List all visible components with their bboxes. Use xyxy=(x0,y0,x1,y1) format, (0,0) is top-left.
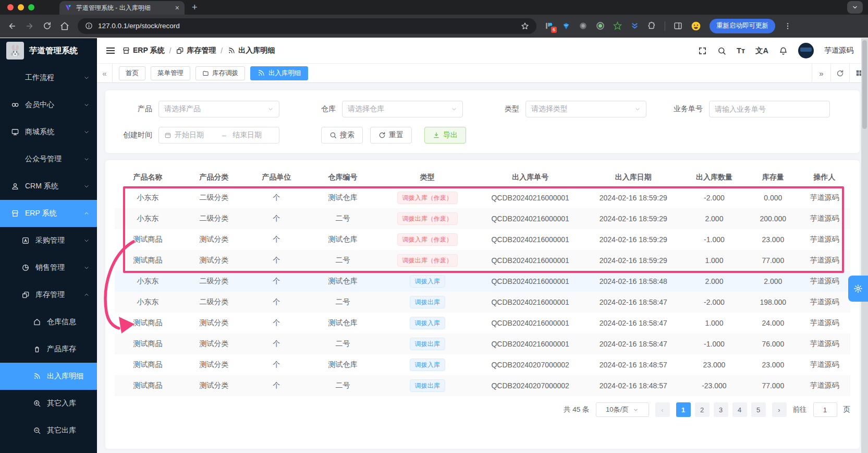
cell: 二级分类 xyxy=(181,187,247,208)
tags-collapse-left-button[interactable]: « xyxy=(97,64,113,83)
text-input[interactable] xyxy=(715,105,824,113)
user-avatar[interactable] xyxy=(798,43,814,58)
table-row-7[interactable]: 测试商品测试分类个二号调拨出库QCDB202402160000012024-02… xyxy=(115,333,850,354)
side-panel-icon[interactable] xyxy=(674,21,682,30)
column-header: 出入库数量 xyxy=(681,168,747,187)
sidebar-item-7[interactable]: 销售管理 xyxy=(0,254,97,281)
new-tab-button[interactable]: + xyxy=(192,2,198,13)
sidebar-item-6[interactable]: 采购管理 xyxy=(0,227,97,254)
sidebar-item-2[interactable]: 商城系统 xyxy=(0,118,97,146)
page-button-4[interactable]: 4 xyxy=(732,402,747,417)
window-minimize-button[interactable] xyxy=(18,4,24,10)
tag-3[interactable]: 出入库明细 xyxy=(250,66,308,80)
page-button-1[interactable]: 1 xyxy=(676,402,691,417)
filter-input-3[interactable] xyxy=(709,101,830,117)
extension-adblock-icon[interactable]: 6 xyxy=(545,21,554,30)
extension-diamond-icon[interactable] xyxy=(562,22,570,30)
hamburger-icon[interactable] xyxy=(106,47,115,54)
reload-icon[interactable] xyxy=(43,21,52,30)
bookmark-star-icon[interactable] xyxy=(521,22,529,30)
home-icon[interactable] xyxy=(60,21,69,31)
extension-dark-circle-icon[interactable] xyxy=(579,21,588,30)
forward-icon[interactable] xyxy=(25,21,34,31)
browser-tab[interactable]: 芋道管理系统 - 出入库明细 × xyxy=(59,1,185,15)
cell: -2.000 xyxy=(681,187,747,208)
table-row-2[interactable]: 测试商品测试分类个测试仓库调拨入库（作废）QCDB202402160000012… xyxy=(115,229,850,250)
page-button-3[interactable]: 3 xyxy=(714,402,728,417)
table-row-9[interactable]: 测试商品测试分类个二号调拨出库QCDB202402070000022024-02… xyxy=(115,375,850,396)
window-close-button[interactable] xyxy=(7,4,14,10)
filter-select-1[interactable]: 请选择仓库 xyxy=(342,101,463,117)
table-row-3[interactable]: 测试商品测试分类个二号调拨出库（作废）QCDB20240216000001202… xyxy=(115,250,850,271)
scrollbar-thumb[interactable] xyxy=(862,40,867,129)
next-page-button[interactable]: › xyxy=(772,402,787,417)
browser-menu-kebab-icon[interactable] xyxy=(784,22,792,30)
breadcrumb-item-2[interactable]: 出入库明细 xyxy=(227,46,275,55)
reset-button[interactable]: 重置 xyxy=(370,127,412,144)
tag-1[interactable]: 菜单管理 xyxy=(151,66,190,80)
tab-search-chevron-icon[interactable] xyxy=(847,1,863,14)
goto-page-input[interactable] xyxy=(813,402,837,417)
extension-star-icon[interactable] xyxy=(613,21,622,30)
start-date-placeholder[interactable]: 开始日期 xyxy=(175,130,216,140)
site-info-icon[interactable] xyxy=(85,22,93,30)
search-button[interactable]: 搜索 xyxy=(321,127,363,144)
browser-update-button[interactable]: 重新启动即可更新 xyxy=(710,19,775,33)
page-size-select[interactable]: 10条/页 xyxy=(596,402,649,417)
table-row-6[interactable]: 测试商品测试分类个测试仓库调拨入库QCDB202402160000012024-… xyxy=(115,313,850,333)
profile-emoji-icon[interactable] xyxy=(691,21,701,31)
sidebar-item-8[interactable]: 库存管理 xyxy=(0,281,97,308)
filter-select-2[interactable]: 请选择类型 xyxy=(525,101,646,117)
extensions-puzzle-icon[interactable] xyxy=(647,21,656,30)
filter-label: 类型 xyxy=(484,104,525,114)
tags-refresh-icon[interactable] xyxy=(830,64,849,83)
sidebar-item-13[interactable]: 其它出库 xyxy=(0,417,97,444)
sidebar-item-3[interactable]: 公众号管理 xyxy=(0,146,97,173)
cell: -1.000 xyxy=(681,229,747,250)
tag-2[interactable]: 库存调拨 xyxy=(195,66,245,80)
sidebar-item-10[interactable]: 产品库存 xyxy=(0,336,97,363)
sidebar-item-5[interactable]: ERP 系统 xyxy=(0,200,97,227)
sidebar-item-4[interactable]: CRM 系统 xyxy=(0,173,97,200)
notification-bell-icon[interactable] xyxy=(779,46,788,55)
date-range-picker[interactable]: 开始日期 – 结束日期 xyxy=(158,127,279,144)
column-header: 操作人 xyxy=(799,168,850,187)
prev-page-button[interactable]: ‹ xyxy=(655,402,670,417)
tags-collapse-right-button[interactable]: » xyxy=(812,64,830,83)
font-size-icon[interactable]: Tт xyxy=(737,46,745,55)
sidebar-item-12[interactable]: 其它入库 xyxy=(0,390,97,417)
tag-0[interactable]: 首页 xyxy=(119,66,145,80)
sidebar-item-9[interactable]: 仓库信息 xyxy=(0,308,97,336)
table-row-4[interactable]: 小东东二级分类个测试仓库调拨入库QCDB202402160000012024-0… xyxy=(115,271,850,292)
breadcrumb-item-0[interactable]: ERP 系统 xyxy=(122,46,164,55)
extension-double-chevron-icon[interactable] xyxy=(630,21,639,30)
tab-close-icon[interactable]: × xyxy=(175,4,179,12)
window-zoom-button[interactable] xyxy=(28,4,34,10)
page-button-2[interactable]: 2 xyxy=(695,402,710,417)
table-row-8[interactable]: 测试商品测试分类个测试仓库调拨入库QCDB202402070000022024-… xyxy=(115,354,850,375)
export-button[interactable]: 导出 xyxy=(424,127,466,144)
fullscreen-icon[interactable] xyxy=(698,46,707,55)
page-button-5[interactable]: 5 xyxy=(751,402,766,417)
app-logo[interactable]: 🐰 芋道管理系统 xyxy=(0,38,97,63)
cell: 测试仓库 xyxy=(306,229,380,250)
sidebar-item-1[interactable]: 会员中心 xyxy=(0,91,97,118)
locale-icon[interactable]: 文A xyxy=(755,46,768,56)
cell: 测试仓库 xyxy=(306,271,380,292)
back-icon[interactable] xyxy=(7,21,17,31)
table-row-5[interactable]: 小东东二级分类个二号调拨出库QCDB202402160000012024-02-… xyxy=(115,292,850,313)
sidebar-item-11[interactable]: 出入库明细 xyxy=(0,363,97,390)
extension-green-circle-icon[interactable] xyxy=(596,21,605,30)
sidebar-item-label: 库存管理 xyxy=(35,290,78,300)
breadcrumb-item-1[interactable]: 库存管理 xyxy=(176,46,216,55)
search-icon[interactable] xyxy=(717,46,726,55)
table-row-1[interactable]: 小东东二级分类个二号调拨出库（作废）QCDB202402160000012024… xyxy=(115,208,850,229)
sidebar-item-0[interactable]: 工作流程 xyxy=(0,64,97,91)
browser-scrollbar[interactable] xyxy=(861,38,868,453)
url-bar[interactable]: 127.0.0.1/erp/stock/record xyxy=(78,18,536,34)
end-date-placeholder[interactable]: 结束日期 xyxy=(233,130,274,140)
table-row-0[interactable]: 小东东二级分类个测试仓库调拨入库（作废）QCDB2024021600000120… xyxy=(115,187,850,208)
settings-gear-button[interactable] xyxy=(848,276,868,302)
username[interactable]: 芋道源码 xyxy=(824,46,853,55)
filter-select-0[interactable]: 请选择产品 xyxy=(158,101,279,117)
